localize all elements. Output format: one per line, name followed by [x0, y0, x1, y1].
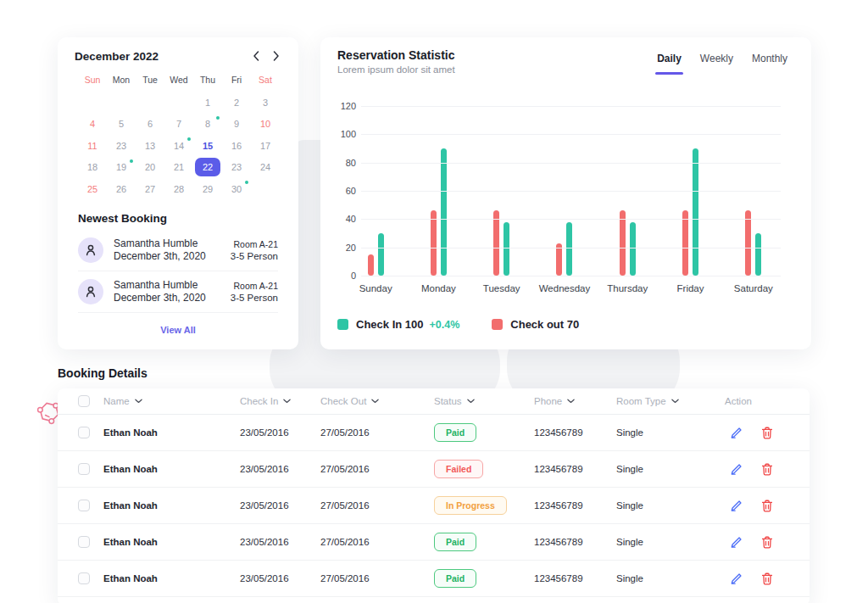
chart-y-tick-label: 0 [334, 271, 356, 281]
calendar-day[interactable]: 2 [222, 92, 251, 114]
calendar-day[interactable]: 20 [136, 157, 164, 179]
status-badge: Paid [434, 533, 476, 551]
calendar-day-empty [78, 92, 107, 114]
calendar-day[interactable]: 13 [136, 135, 164, 157]
column-header-room-type[interactable]: Room Type [616, 396, 725, 406]
edit-button[interactable] [730, 427, 743, 439]
cell-actions [725, 536, 789, 549]
calendar-day[interactable]: 23 [107, 135, 136, 157]
edit-button[interactable] [730, 500, 743, 512]
calendar-day-number: 26 [108, 180, 134, 198]
booking-item-main: Samantha HumbleDecember 3th, 2020 [114, 237, 220, 263]
cell-room-type: Single [616, 537, 725, 547]
delete-button[interactable] [761, 463, 773, 476]
chevron-right-icon [272, 51, 280, 61]
column-header-check-in[interactable]: Check In [240, 396, 320, 406]
calendar-week-row: 45678910 [78, 114, 280, 136]
calendar-day[interactable]: 6 [136, 114, 164, 136]
status-badge: In Progress [434, 496, 507, 515]
calendar-day[interactable]: 23 [222, 157, 251, 179]
delete-button[interactable] [761, 572, 773, 585]
edit-button[interactable] [730, 572, 743, 585]
calendar-day-number: 22 [195, 158, 220, 176]
tab-daily[interactable]: Daily [657, 53, 682, 75]
tab-monthly[interactable]: Monthly [752, 53, 787, 75]
calendar-day-number: 16 [224, 137, 249, 155]
weekday-label: Fri [222, 75, 251, 85]
chart-x-slot: Saturday [722, 283, 785, 297]
calendar-day[interactable]: 14 [164, 135, 193, 157]
chart-x-slot: Wednesday [533, 283, 596, 297]
event-dot [216, 116, 220, 120]
row-checkbox[interactable] [78, 463, 90, 475]
column-header-phone[interactable]: Phone [534, 396, 616, 406]
edit-button[interactable] [730, 536, 743, 549]
tab-weekly[interactable]: Weekly [700, 53, 733, 75]
calendar-next-button[interactable] [270, 49, 281, 63]
calendar-day[interactable]: 25 [78, 178, 107, 200]
calendar-day[interactable]: 15 [193, 135, 222, 157]
calendar-day[interactable]: 18 [78, 157, 107, 179]
calendar-day[interactable]: 27 [136, 178, 164, 200]
row-checkbox[interactable] [78, 572, 90, 584]
calendar-day[interactable]: 7 [164, 114, 193, 136]
booking-item-main: Samantha HumbleDecember 3th, 2020 [114, 279, 220, 304]
delete-button[interactable] [761, 536, 773, 549]
calendar-day-empty [164, 92, 193, 114]
table-header-row: NameCheck InCheck OutStatusPhoneRoom Typ… [58, 388, 810, 415]
calendar-day[interactable]: 28 [164, 178, 193, 200]
delete-button[interactable] [761, 500, 773, 512]
view-all-link[interactable]: View All [78, 325, 278, 335]
bar-check-in [378, 233, 384, 276]
event-dot [245, 181, 248, 184]
legend-swatch [337, 319, 348, 330]
cell-status: Failed [434, 460, 534, 478]
calendar-day[interactable]: 16 [222, 135, 251, 157]
calendar-day[interactable]: 24 [251, 157, 280, 179]
chart-x-tick-label: Thursday [607, 283, 648, 293]
delete-button[interactable] [761, 427, 773, 439]
column-header-name[interactable]: Name [103, 396, 240, 406]
chart-y-tick-label: 60 [334, 186, 356, 196]
calendar-day[interactable]: 17 [251, 135, 280, 157]
cell-check-in: 23/05/2016 [240, 500, 320, 511]
row-checkbox[interactable] [78, 500, 90, 511]
cell-status: Paid [434, 423, 534, 442]
calendar-prev-button[interactable] [251, 49, 262, 63]
calendar-day[interactable]: 30 [222, 178, 251, 200]
calendar-day[interactable]: 11 [78, 135, 107, 157]
row-checkbox[interactable] [78, 536, 90, 548]
column-header-check-out[interactable]: Check Out [320, 396, 434, 406]
calendar-day[interactable]: 22 [193, 157, 222, 179]
booking-list-item[interactable]: Samantha HumbleDecember 3th, 2020Room A-… [78, 271, 278, 313]
calendar-day-number: 21 [166, 158, 192, 176]
calendar-day[interactable]: 1 [193, 92, 222, 114]
bar-check-out [431, 210, 437, 276]
edit-button[interactable] [730, 463, 743, 476]
row-checkbox[interactable] [78, 427, 90, 438]
select-all-checkbox[interactable] [78, 395, 90, 407]
calendar-day[interactable]: 8 [193, 114, 222, 136]
chart-x-slot: Monday [407, 283, 470, 297]
booking-capacity: 3-5 Person [231, 250, 278, 262]
booking-list-item[interactable]: Samantha HumbleDecember 3th, 2020Room A-… [78, 230, 278, 271]
calendar-day[interactable]: 5 [107, 114, 136, 136]
calendar-day[interactable]: 19 [107, 157, 136, 179]
calendar-weekday-row: SunMonTueWedThuFriSat [78, 75, 280, 85]
edit-icon [730, 536, 743, 549]
column-header-status[interactable]: Status [434, 396, 534, 406]
calendar-day[interactable]: 4 [78, 114, 107, 136]
weekday-label: Mon [107, 75, 136, 85]
calendar-day[interactable]: 21 [164, 157, 193, 179]
calendar-day[interactable]: 3 [251, 92, 280, 114]
chart-x-slot: Tuesday [470, 283, 533, 297]
legend-label: Check In 100 [356, 318, 424, 331]
calendar-day[interactable]: 9 [222, 114, 251, 136]
calendar-day[interactable]: 26 [107, 178, 136, 200]
calendar-day[interactable]: 29 [193, 178, 222, 200]
calendar-day-number: 27 [137, 180, 163, 198]
calendar-week-row: 252627282930 [78, 178, 280, 200]
calendar-day[interactable]: 10 [251, 114, 280, 136]
chart-y-tick-label: 80 [334, 158, 356, 168]
calendar-day-number: 25 [80, 180, 105, 198]
